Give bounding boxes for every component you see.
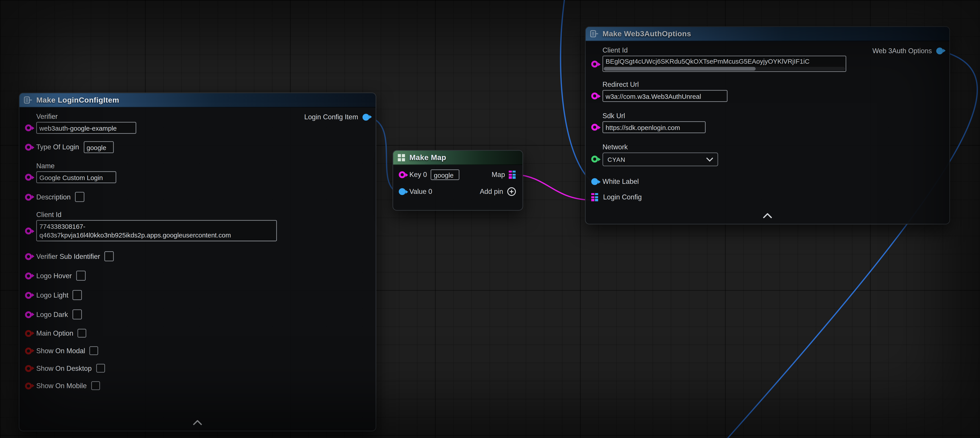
verifier-sub-identifier-input[interactable] xyxy=(104,251,114,261)
verifier-label: Verifier xyxy=(36,113,136,121)
network-selected-value: CYAN xyxy=(608,156,625,163)
make-struct-icon xyxy=(590,29,598,38)
web3auth-options-output-label: Web 3Auth Options xyxy=(872,47,932,54)
map-container-icon xyxy=(398,154,406,162)
client-id-input[interactable]: 774338308167-q463s7kpvja16l4l0kko3nb925i… xyxy=(36,220,277,241)
add-pin-label: Add pin xyxy=(480,188,503,196)
show-on-mobile-checkbox[interactable] xyxy=(91,381,100,390)
key-0-label: Key 0 xyxy=(409,171,427,179)
node-make-loginconfigitem[interactable]: Make LoginConfigItem Verifier Login Conf… xyxy=(19,92,376,431)
network-label: Network xyxy=(603,143,718,151)
logo-light-input[interactable] xyxy=(73,290,82,300)
show-on-modal-checkbox[interactable] xyxy=(89,346,98,355)
node-title: Make Map xyxy=(409,153,446,162)
client-id-pin[interactable] xyxy=(25,228,32,234)
logo-light-label: Logo Light xyxy=(36,291,68,299)
collapse-node-button[interactable] xyxy=(192,416,202,428)
show-on-modal-label: Show On Modal xyxy=(36,347,85,355)
verifier-pin[interactable] xyxy=(25,124,32,131)
name-pin[interactable] xyxy=(25,174,32,181)
show-on-desktop-checkbox[interactable] xyxy=(96,364,105,373)
main-option-label: Main Option xyxy=(36,329,73,338)
network-dropdown[interactable]: CYAN xyxy=(603,153,718,166)
web3auth-client-id-pin[interactable] xyxy=(591,61,598,67)
type-of-login-input[interactable] xyxy=(83,141,113,153)
login-config-pin[interactable] xyxy=(591,193,599,201)
value-0-pin[interactable] xyxy=(399,188,406,195)
node-titlebar[interactable]: Make Web3AuthOptions xyxy=(586,27,950,41)
type-of-login-label: Type Of Login xyxy=(36,143,79,151)
add-pin-button[interactable] xyxy=(507,187,516,196)
client-id-label: Client Id xyxy=(36,211,277,219)
key-0-pin[interactable] xyxy=(399,171,406,178)
show-on-desktop-pin[interactable] xyxy=(25,365,32,372)
map-output-pin[interactable] xyxy=(509,171,516,179)
node-title: Make Web3AuthOptions xyxy=(603,29,691,38)
value-0-label: Value 0 xyxy=(409,188,433,196)
node-make-map[interactable]: Make Map Key 0 Map Value 0 xyxy=(393,150,523,210)
white-label-pin[interactable] xyxy=(591,178,598,185)
node-body: Client Id BEglQSgt4cUWcj6SKRdu5QkOXTsePm… xyxy=(586,41,950,201)
chevron-up-icon xyxy=(763,213,773,218)
wire-map-to-loginconfig[interactable] xyxy=(515,175,590,200)
network-pin[interactable] xyxy=(591,156,598,162)
main-option-pin[interactable] xyxy=(25,330,32,337)
name-label: Name xyxy=(36,162,116,170)
white-label-label: White Label xyxy=(603,178,639,186)
main-option-checkbox[interactable] xyxy=(78,329,86,338)
key-0-input[interactable] xyxy=(431,169,460,180)
web3auth-options-output-pin[interactable] xyxy=(936,47,943,54)
web3auth-client-id-input[interactable]: BEglQSgt4cUWcj6SKRdu5QkOXTsePmMcusG5EAoy… xyxy=(603,56,846,72)
client-id-hscrollbar-thumb[interactable] xyxy=(604,67,756,71)
client-id-hscrollbar[interactable] xyxy=(604,67,845,71)
sdk-url-pin[interactable] xyxy=(591,124,598,131)
logo-hover-pin[interactable] xyxy=(25,272,32,279)
map-output-label: Map xyxy=(492,171,505,179)
collapse-node-button[interactable] xyxy=(763,209,773,221)
redirect-url-label: Redirect Url xyxy=(603,81,728,89)
login-config-item-output-label: Login Config Item xyxy=(304,113,358,121)
show-on-modal-pin[interactable] xyxy=(25,347,32,354)
node-body: Verifier Login Config Item Type Of Login… xyxy=(19,107,375,390)
node-titlebar[interactable]: Make LoginConfigItem xyxy=(19,93,375,107)
login-config-label: Login Config xyxy=(603,193,642,201)
node-make-web3authoptions[interactable]: Make Web3AuthOptions Client Id BEglQSgt4… xyxy=(585,26,950,225)
description-pin[interactable] xyxy=(25,193,32,200)
plus-circle-icon xyxy=(507,187,516,196)
logo-light-pin[interactable] xyxy=(25,291,32,298)
logo-dark-input[interactable] xyxy=(72,309,82,319)
verifier-input[interactable] xyxy=(36,122,136,134)
name-input[interactable] xyxy=(36,171,116,183)
show-on-mobile-pin[interactable] xyxy=(25,382,32,389)
sdk-url-input[interactable] xyxy=(603,121,706,133)
description-input[interactable] xyxy=(75,192,84,202)
web3auth-client-id-label: Client Id xyxy=(603,46,846,54)
type-of-login-pin[interactable] xyxy=(25,144,32,151)
node-body: Key 0 Map Value 0 Add pin xyxy=(393,165,522,196)
chevron-up-icon xyxy=(192,420,202,425)
show-on-mobile-label: Show On Mobile xyxy=(36,382,87,390)
graph-canvas[interactable]: Make LoginConfigItem Verifier Login Conf… xyxy=(0,0,980,438)
login-config-item-output-pin[interactable] xyxy=(363,113,369,120)
logo-hover-label: Logo Hover xyxy=(36,272,72,280)
node-titlebar[interactable]: Make Map xyxy=(393,151,522,165)
verifier-sub-identifier-pin[interactable] xyxy=(25,253,32,260)
description-label: Description xyxy=(36,193,71,201)
show-on-desktop-label: Show On Desktop xyxy=(36,364,92,372)
node-title: Make LoginConfigItem xyxy=(36,96,119,104)
sdk-url-label: Sdk Url xyxy=(603,112,706,120)
chevron-down-icon xyxy=(706,157,713,162)
logo-dark-label: Logo Dark xyxy=(36,311,68,319)
make-struct-icon xyxy=(24,96,32,104)
redirect-url-input[interactable] xyxy=(603,90,728,102)
redirect-url-pin[interactable] xyxy=(591,92,598,99)
web3auth-client-id-value: BEglQSgt4cUWcj6SKRdu5QkOXTsePmMcusG5EAoy… xyxy=(603,56,846,66)
verifier-sub-identifier-label: Verifier Sub Identifier xyxy=(36,252,100,260)
logo-hover-input[interactable] xyxy=(76,271,86,281)
logo-dark-pin[interactable] xyxy=(25,311,32,318)
